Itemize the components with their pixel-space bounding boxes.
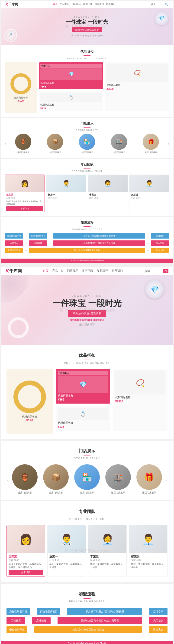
search-bar[interactable]: 🔍	[150, 3, 169, 6]
team-detail-btn-1b[interactable]: 查看详情	[8, 570, 43, 575]
franchise-box-8b[interactable]: 员工培训	[149, 617, 168, 624]
franchise-box-7b[interactable]: 总部对加盟商十项目专业人员培训	[58, 617, 142, 624]
product-name-2b: 优质商品名称	[58, 421, 108, 424]
store-item-3b[interactable]: 🏪 进店门店展示	[73, 464, 101, 494]
store-item-2b[interactable]: 📦 进店门店展示	[42, 464, 70, 494]
team-title-1b: 总裁 40岁	[8, 558, 43, 562]
nav-products-2[interactable]: 产品中心	[52, 269, 63, 273]
team-card-1[interactable]: 👩 王某某 总裁 40岁 毕业于某知名大学，具有多年从业经验，专业团队成员。 查…	[5, 174, 45, 212]
nav-home-2[interactable]: 首页	[43, 269, 49, 273]
team-photo-3: 🧑‍💼	[88, 175, 128, 192]
hero-cta-button[interactable]: 最新活动优惠/进去查看	[72, 27, 102, 32]
team-info-3: 李某三 顾问 36岁	[88, 192, 128, 200]
franchise-box-9b[interactable]: 全程协助开业	[6, 626, 27, 633]
search-bar-2[interactable]: 搜	[144, 269, 169, 273]
hero-cta-2[interactable]: 最新活动优惠/进去查看	[68, 310, 106, 317]
franchise-grid: 您提交加盟申请 → 实地考察多项目 → 双方签订加盟合同及缴纳加盟费用 → 签订…	[5, 233, 169, 253]
franchise-box-6b[interactable]: 店铺装修	[32, 617, 51, 624]
franchise-box-2b[interactable]: 实地考察多项目	[37, 608, 60, 615]
franchise-step-7[interactable]: 总部对加盟商十项目专业人员培训	[53, 240, 145, 246]
franchise-row-1b: 您提交加盟申请 → 实地考察多项目 → 双方签订加盟合同及缴纳加盟费用 → 签订…	[6, 608, 168, 615]
franchise-step-6[interactable]: 店铺装修	[29, 240, 47, 246]
franchise-grid-2: 您提交加盟申请 → 实地考察多项目 → 双方签订加盟合同及缴纳加盟费用 → 签订…	[6, 608, 168, 633]
team-card-3b[interactable]: 🧑‍💼 李某三 顾问 36岁 毕业于某知名大学，具有多年从业经验。	[88, 525, 127, 577]
store-item-5b[interactable]: 🎁 进店门店展示	[135, 464, 164, 494]
products-title-cn-2: 优品折扣	[6, 352, 168, 358]
franchise-step-8[interactable]: 员工培训	[151, 240, 169, 246]
franchise-step-3[interactable]: 双方签订加盟合同及缴纳加盟费用	[53, 233, 145, 238]
product-small-3b[interactable]: 📿 优质商品名称 ¥2500	[113, 369, 168, 431]
team-detail-btn-1[interactable]: 查看详情	[6, 206, 43, 211]
franchise-step-11[interactable]: 开业大吉	[151, 248, 169, 253]
hero-right-necklace: 💎	[145, 280, 164, 298]
store-item-2[interactable]: 📦 进店门店展示	[40, 134, 70, 154]
franchise-step-5[interactable]: 工程施工	[5, 240, 23, 246]
nav-download-2[interactable]: 案例下载	[82, 269, 93, 273]
product-main-card[interactable]: 优质商品名称 ¥190	[5, 62, 37, 113]
store-item-1[interactable]: 🏺 进店门店展示	[8, 134, 38, 154]
store-next-arrow-2[interactable]: ›	[166, 476, 168, 482]
product-small-2[interactable]: 💍 优质商品名称 ¥235	[39, 91, 103, 111]
store-prev-arrow-2[interactable]: ‹	[6, 476, 8, 482]
franchise-step-2[interactable]: 实地考察多项目	[29, 233, 47, 238]
nav-store-2[interactable]: 门店展示	[67, 269, 78, 273]
store-item-3[interactable]: 🏪 进店门店展示	[72, 134, 102, 154]
product-small-3[interactable]: 📿 优质商品名称 ¥2500	[105, 62, 169, 111]
hero-more[interactable]: 进入更多精彩	[52, 323, 122, 326]
nav-home[interactable]: 首页	[53, 2, 58, 6]
nav-franchise[interactable]: 加盟流程	[95, 2, 104, 6]
team-photo-4b: 👨‍💼	[129, 525, 167, 553]
franchise-box-11b[interactable]: 开业大吉	[149, 626, 168, 633]
product-main-card-2[interactable]: 优质商品名称 ¥190	[6, 369, 53, 434]
team-card-4b[interactable]: 👨‍💼 张某明 专家 40岁 毕业于某知名大学，具有多年从业经验。	[129, 525, 168, 577]
franchise-box-10b[interactable]: 策划活动/专业团队全程协助	[34, 626, 142, 633]
nav-links-2[interactable]: 首页 产品中心 门店展示 案例下载 加盟流程 联系我们	[43, 269, 123, 273]
franchise-step-9[interactable]: 全程协助开业	[5, 248, 23, 253]
franchise-box-5b[interactable]: 工程施工	[6, 617, 25, 624]
nav-products[interactable]: 产品中心	[60, 2, 69, 6]
team-card-2[interactable]: 👨‍⚕️ 赵某一 经理 45岁	[46, 174, 86, 212]
team-name-1b: 王某某	[8, 555, 43, 558]
team-card-2b[interactable]: 👨‍⚕️ 赵某一 经理 45岁 毕业于某知名大学，具有多年从业经验。	[47, 525, 86, 577]
nav-contact[interactable]: 联系我们	[106, 2, 115, 6]
store-item-4[interactable]: 🏬 进店门店展示	[104, 134, 134, 154]
franchise-step-10[interactable]: 策划活动/专业团队全程协助	[29, 248, 145, 253]
franchise-box-3b[interactable]: 双方签订加盟合同及缴纳加盟费用	[67, 608, 142, 615]
team-card-4[interactable]: 👨‍💼 张某明 专家 40岁	[129, 174, 169, 212]
search-input-2[interactable]	[144, 269, 162, 273]
store-next-arrow[interactable]: ›	[168, 142, 169, 146]
nav-franchise-2[interactable]: 加盟流程	[97, 269, 108, 273]
franchise-box-1b[interactable]: 您提交加盟申请	[6, 608, 30, 615]
team-photo-4: 👨‍💼	[129, 175, 169, 192]
product-featured-img: 💎	[40, 68, 102, 80]
hero-content-2: JEWELRY TIME 一件珠宝 一段时光 最新活动优惠/进去查看 满199减…	[52, 294, 122, 326]
team-section: 专业团队 PROFESSIONAL TEAM 👩 王某某 总裁 40岁 毕业于某…	[1, 159, 173, 216]
nav-store[interactable]: 门店展示	[72, 2, 81, 6]
product-featured[interactable]: 精选商品 💎 优质商品名称 ¥365	[39, 62, 103, 89]
store-item-1b[interactable]: 🏺 进店门店展示	[10, 464, 39, 494]
nav-links[interactable]: 首页 产品中心 门店展示 案例下载 加盟流程 联系我们	[53, 2, 115, 6]
search-button-2[interactable]: 搜	[163, 269, 169, 273]
nav-download[interactable]: 案例下载	[83, 2, 92, 6]
franchise-box-4b[interactable]: 签订合同	[149, 608, 168, 615]
franchise-step-1[interactable]: 您提交加盟申请	[5, 233, 23, 238]
team-desc-3b: 毕业于某知名大学，具有多年从业经验。	[90, 562, 125, 569]
product-small-2b[interactable]: 💍 优质商品名称 ¥235	[56, 406, 110, 431]
team-desc-4b: 毕业于某知名大学，具有多年从业经验。	[131, 562, 166, 569]
team-card-3[interactable]: 🧑‍💼 李某三 顾问 36岁	[88, 174, 128, 212]
franchise-row-1: 您提交加盟申请 → 实地考察多项目 → 双方签订加盟合同及缴纳加盟费用 → 签订…	[5, 233, 169, 238]
store-item-4b[interactable]: 🏬 进店门店展示	[104, 464, 132, 494]
product-featured-2[interactable]: 精选商品 💎 优质商品名称 ¥365	[56, 369, 110, 404]
product-featured-price: ¥365	[40, 85, 102, 88]
store-circle-5: 🎁	[143, 134, 159, 150]
hero-discount-text: 满199减20 满299减30 满399减50	[66, 34, 108, 37]
search-icon[interactable]: 🔍	[165, 3, 169, 6]
franchise-arrow-2: →	[49, 234, 52, 238]
store-item-5[interactable]: 🎁 进店门店展示	[136, 134, 166, 154]
franchise-step-4[interactable]: 签订合同	[151, 233, 169, 238]
team-photo-1b: 👩	[7, 525, 45, 553]
search-input[interactable]	[150, 3, 164, 6]
nav-contact-2[interactable]: 联系我们	[112, 269, 123, 273]
store-prev-arrow[interactable]: ‹	[5, 142, 6, 146]
team-card-1b[interactable]: 👩 王某某 总裁 40岁 毕业于某知名大学，具有多年从业经验，专业团队成员。 查…	[6, 525, 45, 577]
